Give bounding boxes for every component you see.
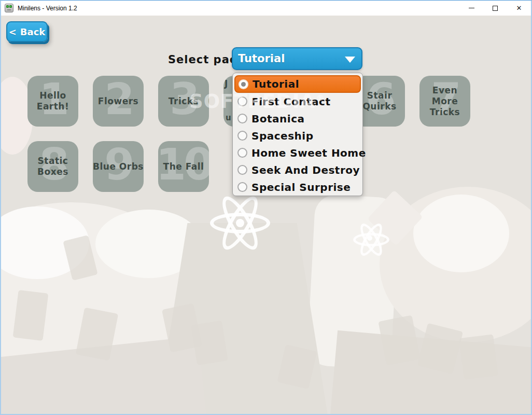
app-window: Minilens - Version 1.2 ✕ (0, 0, 532, 415)
maximize-icon (493, 6, 498, 11)
pack-option-label: First Contact (251, 95, 330, 108)
pack-option-label: Special Surprise (251, 181, 351, 193)
radio-icon (237, 114, 247, 123)
pack-option-label: Botanica (251, 113, 305, 125)
robot-eye (9, 5, 12, 8)
level-pack-button[interactable]: 1 HelloEarth! (27, 76, 78, 127)
radio-icon (237, 131, 247, 141)
level-label: Tricks (158, 76, 209, 127)
level-pack-button[interactable]: 7 EvenMoreTricks (419, 76, 470, 127)
radio-icon (237, 96, 247, 106)
background-box-silhouette (13, 290, 49, 341)
minimize-icon (469, 8, 474, 8)
pack-dropdown-button[interactable]: Tutorial (232, 47, 362, 70)
radio-icon (239, 79, 248, 89)
pack-option-label: Tutorial (253, 78, 299, 90)
pack-option-label: Home Sweet Home (251, 147, 366, 159)
level-pack-button[interactable]: 8 StaticBoxes (27, 141, 78, 192)
pack-dropdown-list: Tutorial First Contact Botanica Spaceshi… (232, 73, 363, 196)
chevron-down-icon (345, 57, 355, 63)
pack-option[interactable]: Special Surprise (233, 178, 362, 196)
background-box-silhouette (191, 321, 228, 365)
level-pack-button[interactable]: 2 Flowers (93, 76, 144, 127)
pack-option-label: Spaceship (251, 130, 313, 142)
back-button[interactable]: < Back (6, 21, 48, 42)
radio-icon (237, 165, 247, 175)
level-pack-button[interactable]: 9 Blue Orbs (93, 141, 144, 192)
back-label: Back (20, 26, 46, 37)
level-label: Blue Orbs (93, 141, 144, 192)
level-label: HelloEarth! (27, 76, 78, 127)
background-box-silhouette (459, 334, 498, 379)
level-label: Flowers (93, 76, 144, 127)
pack-option[interactable]: Botanica (233, 110, 362, 127)
close-button[interactable]: ✕ (507, 1, 531, 16)
level-label: StaticBoxes (27, 141, 78, 192)
atom-icon (353, 221, 390, 258)
back-chevron-icon: < (9, 26, 17, 37)
robot-eye (6, 5, 9, 8)
dropdown-selected-value: Tutorial (238, 52, 285, 65)
pack-option-label: Seek And Destroy (251, 164, 360, 176)
window-title: Minilens - Version 1.2 (18, 5, 77, 12)
robot-mouth (7, 9, 11, 10)
atom-icon (209, 192, 271, 254)
minimize-button[interactable] (459, 1, 483, 16)
pack-option[interactable]: Tutorial (234, 75, 361, 93)
maximize-button[interactable] (483, 1, 507, 16)
window-controls: ✕ (459, 1, 531, 16)
radio-icon (237, 182, 247, 192)
pack-option[interactable]: Spaceship (233, 127, 362, 144)
pack-option[interactable]: First Contact (233, 93, 362, 110)
titlebar[interactable]: Minilens - Version 1.2 ✕ (1, 1, 531, 16)
level-label: EvenMoreTricks (419, 76, 470, 127)
level-label: The Fall (158, 141, 209, 192)
background-cloud-shape (413, 195, 509, 272)
robot-face-icon (5, 4, 13, 12)
radio-icon (237, 148, 247, 158)
level-pack-button[interactable]: 3 Tricks (158, 76, 209, 127)
level-pack-button[interactable]: 10 The Fall (158, 141, 209, 192)
pack-option[interactable]: Home Sweet Home (233, 144, 362, 161)
close-icon: ✕ (516, 5, 522, 11)
game-area: 1 HelloEarth! 2 Flowers 3 Tricks 4 Ju 6 … (1, 16, 531, 414)
pack-option[interactable]: Seek And Destroy (233, 161, 362, 178)
